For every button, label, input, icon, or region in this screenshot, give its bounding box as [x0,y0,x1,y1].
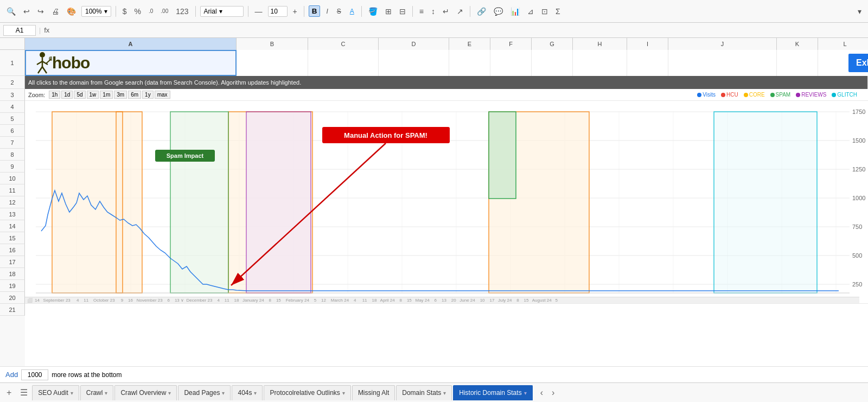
tab-domain-stats[interactable]: Domain Stats ▾ [396,385,452,400]
redo-icon[interactable]: ↪ [35,6,46,17]
cell-L1[interactable]: Exhibit 19 A [818,50,868,76]
tab-historic-domain-stats[interactable]: Historic Domain Stats ▾ [453,385,532,400]
collapse-icon[interactable]: ▾ [856,6,864,17]
align-left-icon[interactable]: ≡ [417,6,426,17]
cell-reference-input[interactable] [3,25,36,36]
search-icon[interactable]: 🔍 [4,6,18,17]
cell-J1[interactable] [668,50,777,76]
row-header-15[interactable]: 15 [0,232,25,244]
zoom-1w[interactable]: 1w [87,91,99,99]
cell-I1[interactable] [627,50,668,76]
cell-A1[interactable]: hobo [25,50,237,76]
cell-K1[interactable] [777,50,818,76]
zoom-3m[interactable]: 3m [114,91,127,99]
zoom-1h[interactable]: 1h [49,91,60,99]
borders-icon[interactable]: ⊞ [383,6,394,17]
row-header-3[interactable]: 3 [0,89,25,101]
row-header-17[interactable]: 17 [0,256,25,268]
zoom-max[interactable]: max [155,91,170,99]
row-header-19[interactable]: 19 [0,280,25,292]
col-header-C[interactable]: C [308,38,379,50]
tab-seo-audit[interactable]: SEO Audit ▾ [32,385,79,400]
row-header-10[interactable]: 10 [0,173,25,184]
col-header-D[interactable]: D [379,38,449,50]
cell-B1[interactable] [237,50,308,76]
freeze-icon[interactable]: ⊡ [539,6,550,17]
font-size-decrease-icon[interactable]: — [253,6,265,17]
scroll-tabs-left[interactable]: ‹ [536,386,547,400]
print-icon[interactable]: 🖨 [49,6,61,17]
col-header-B[interactable]: B [237,38,308,50]
italic-button[interactable]: I [323,7,330,16]
cell-H1[interactable] [573,50,627,76]
sigma-icon[interactable]: Σ [553,6,563,17]
rows-count-input[interactable] [21,369,48,380]
col-header-K[interactable]: K [777,38,818,50]
row-header-7[interactable]: 7 [0,137,25,149]
number-format-icon[interactable]: 123 [174,6,190,17]
row-header-6[interactable]: 6 [0,125,25,137]
cell-A2-merged[interactable]: All clicks to the domain from Google sea… [25,76,868,89]
row-header-18[interactable]: 18 [0,268,25,280]
bold-button[interactable]: B [309,5,321,17]
tab-404s[interactable]: 404s ▾ [232,385,263,400]
fill-color-icon[interactable]: 🪣 [366,6,380,17]
row-header-16[interactable]: 16 [0,244,25,256]
col-header-I[interactable]: I [627,38,668,50]
add-rows-button[interactable]: Add [5,371,18,379]
font-size-increase-icon[interactable]: + [291,6,299,17]
row-header-1[interactable]: 1 [0,50,25,76]
cell-E1[interactable] [449,50,490,76]
col-header-E[interactable]: E [449,38,490,50]
scroll-tabs-right[interactable]: › [547,386,559,400]
align-vertical-icon[interactable]: ↕ [429,6,437,17]
sheet-list-button[interactable]: ☰ [16,385,32,400]
cell-D1[interactable] [379,50,449,76]
row-header-14[interactable]: 14 [0,220,25,232]
col-header-G[interactable]: G [532,38,573,50]
add-sheet-button[interactable]: + [2,386,16,400]
cell-G1[interactable] [532,50,573,76]
tab-crawl-overview[interactable]: Crawl Overview ▾ [114,385,177,400]
font-size-input[interactable]: 10 [268,6,288,17]
tab-crawl[interactable]: Crawl ▾ [80,385,114,400]
strikethrough-button[interactable]: S [334,7,344,16]
zoom-6m[interactable]: 6m [128,91,141,99]
col-header-A[interactable]: A [25,38,237,50]
zoom-1m[interactable]: 1m [100,91,113,99]
filter-icon[interactable]: ⊿ [525,6,536,17]
cell-F1[interactable] [490,50,532,76]
mini-scrollbar[interactable]: ⬜ 14 September 23 4 11 October 23 9 16 N… [25,297,859,303]
zoom-5d[interactable]: 5d [74,91,85,99]
chart-icon[interactable]: 📊 [508,6,522,17]
col-header-L[interactable]: L [818,38,868,50]
tab-dead-pages[interactable]: Dead Pages ▾ [178,385,231,400]
currency-icon[interactable]: $ [120,6,129,17]
undo-icon[interactable]: ↩ [21,6,32,17]
comment-icon[interactable]: 💬 [492,6,505,17]
formula-input[interactable] [53,27,865,34]
row-header-2[interactable]: 2 [0,76,25,89]
text-wrap-icon[interactable]: ↵ [441,6,451,17]
font-selector[interactable]: Arial ▾ [200,6,244,17]
merge-cells-icon[interactable]: ⊟ [397,6,408,17]
col-header-F[interactable]: F [490,38,532,50]
tab-protocolrelative[interactable]: Protocolrelative Outlinks ▾ [264,385,350,400]
row-header-5[interactable]: 5 [0,113,25,125]
row-header-20[interactable]: 20 [0,292,25,304]
row-header-9[interactable]: 9 [0,161,25,173]
row-header-13[interactable]: 13 [0,208,25,220]
row-header-12[interactable]: 12 [0,196,25,208]
link-icon[interactable]: 🔗 [475,6,488,17]
underline-button[interactable]: A [347,7,357,16]
percent-icon[interactable]: % [132,6,143,17]
col-header-H[interactable]: H [573,38,627,50]
tab-missing-alt[interactable]: Missing Alt [352,385,395,400]
row-header-11[interactable]: 11 [0,184,25,196]
col-header-J[interactable]: J [668,38,777,50]
decimal-dec-icon[interactable]: .0 [146,7,155,15]
zoom-1y[interactable]: 1y [142,91,154,99]
paint-format-icon[interactable]: 🎨 [65,6,78,17]
zoom-1d[interactable]: 1d [61,91,73,99]
text-rotate-icon[interactable]: ↗ [455,6,465,17]
